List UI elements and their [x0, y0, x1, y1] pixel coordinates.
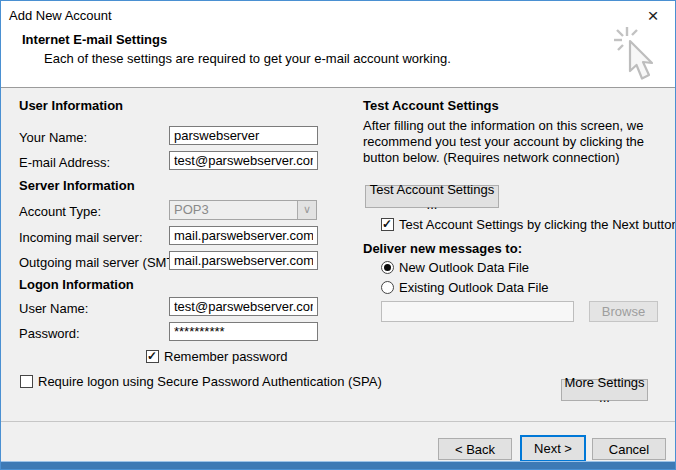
- existing-data-file-radio[interactable]: [381, 281, 394, 294]
- test-account-settings-button[interactable]: Test Account Settings ...: [365, 185, 499, 208]
- wizard-cursor-sparkle-icon: [611, 25, 665, 85]
- new-data-file-label[interactable]: New Outlook Data File: [399, 260, 529, 275]
- user-information-heading: User Information: [19, 98, 123, 113]
- outgoing-server-field[interactable]: [169, 251, 318, 270]
- incoming-server-field[interactable]: [169, 226, 318, 245]
- more-settings-button[interactable]: More Settings ...: [561, 379, 648, 401]
- page-title: Internet E-mail Settings: [22, 32, 167, 47]
- page-subtitle: Each of these settings are required to g…: [44, 51, 451, 66]
- account-type-value: POP3: [174, 202, 209, 217]
- server-information-heading: Server Information: [19, 178, 135, 193]
- password-field[interactable]: [169, 322, 318, 341]
- test-on-next-label[interactable]: Test Account Settings by clicking the Ne…: [399, 217, 676, 232]
- your-name-label: Your Name:: [19, 130, 87, 145]
- email-address-field[interactable]: [169, 151, 318, 170]
- account-type-select: POP3 ∨: [169, 200, 317, 220]
- remember-password-label[interactable]: Remember password: [164, 349, 288, 364]
- add-new-account-dialog: Add New Account × Internet E-mail Settin…: [0, 0, 676, 470]
- window-title: Add New Account: [9, 8, 112, 23]
- deliver-heading: Deliver new messages to:: [363, 241, 522, 256]
- spa-label[interactable]: Require logon using Secure Password Auth…: [38, 374, 382, 389]
- test-account-description: After filling out the information on thi…: [363, 118, 663, 166]
- outgoing-server-label: Outgoing mail server (SMTP):: [19, 255, 191, 270]
- user-name-label: User Name:: [19, 301, 88, 316]
- dialog-header: Add New Account × Internet E-mail Settin…: [1, 1, 675, 88]
- next-button[interactable]: Next >: [520, 435, 586, 462]
- logon-information-heading: Logon Information: [19, 277, 134, 292]
- chevron-down-icon: ∨: [297, 201, 316, 219]
- check-icon: ✓: [147, 351, 158, 362]
- window-bottom-border: [1, 461, 675, 469]
- data-file-path-field: [381, 301, 574, 322]
- user-name-field[interactable]: [169, 297, 318, 316]
- test-account-heading: Test Account Settings: [363, 98, 499, 113]
- account-type-label: Account Type:: [19, 204, 101, 219]
- your-name-field[interactable]: [169, 126, 318, 145]
- check-icon: ✓: [382, 219, 393, 230]
- cancel-button[interactable]: Cancel: [592, 438, 666, 460]
- incoming-server-label: Incoming mail server:: [19, 230, 143, 245]
- new-data-file-radio[interactable]: [381, 261, 394, 274]
- footer-divider: [1, 421, 675, 422]
- radio-dot: [384, 264, 391, 271]
- browse-button: Browse: [589, 301, 658, 322]
- email-address-label: E-mail Address:: [19, 155, 110, 170]
- test-on-next-checkbox[interactable]: ✓: [381, 218, 394, 231]
- remember-password-checkbox[interactable]: ✓: [146, 350, 159, 363]
- back-button[interactable]: < Back: [438, 438, 512, 460]
- password-label: Password:: [19, 326, 80, 341]
- existing-data-file-label[interactable]: Existing Outlook Data File: [399, 280, 549, 295]
- spa-checkbox[interactable]: ✓: [20, 375, 33, 388]
